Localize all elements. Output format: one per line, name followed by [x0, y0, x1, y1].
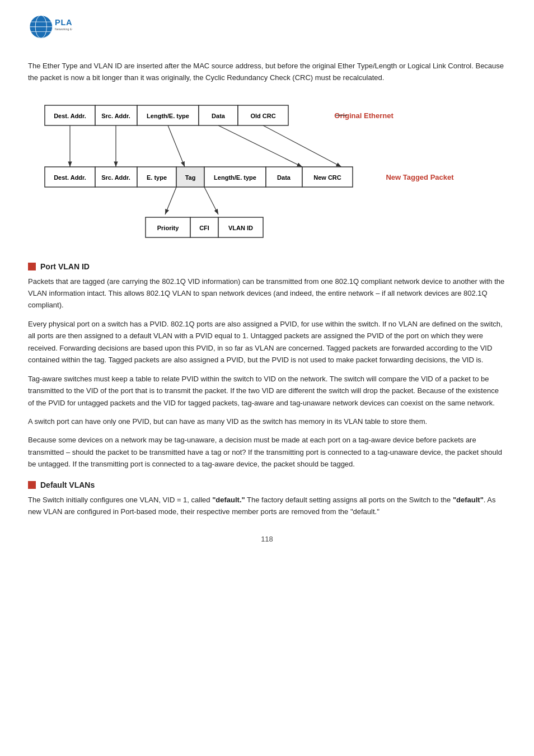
section2-para1: The Switch initially configures one VLAN…: [28, 494, 506, 518]
section1-para2: Every physical port on a switch has a PV…: [28, 318, 506, 366]
svg-text:Priority: Priority: [157, 225, 179, 231]
section1-para5: Because some devices on a network may be…: [28, 434, 506, 470]
svg-text:New CRC: New CRC: [313, 174, 341, 181]
section1-para1: Packets that are tagged (are carrying th…: [28, 276, 506, 311]
svg-text:Data: Data: [212, 113, 226, 119]
svg-text:CFI: CFI: [199, 225, 209, 231]
svg-text:Networking & Communication: Networking & Communication: [55, 27, 73, 31]
planet-logo-svg: PLANET Networking & Communication: [28, 11, 73, 45]
section2-marker: [28, 481, 36, 489]
svg-line-24: [263, 125, 341, 167]
diagram-svg: Dest. Addr. Src. Addr. Length/E. type Da…: [28, 100, 509, 245]
svg-text:Length/E. type: Length/E. type: [147, 113, 189, 119]
svg-text:Tag: Tag: [185, 174, 196, 181]
svg-text:Length/E. type: Length/E. type: [214, 174, 256, 181]
svg-text:VLAN ID: VLAN ID: [228, 225, 253, 231]
svg-text:New Tagged Packet: New Tagged Packet: [386, 173, 454, 181]
section1-body: Packets that are tagged (are carrying th…: [28, 276, 506, 470]
svg-text:Dest. Addr.: Dest. Addr.: [54, 174, 86, 181]
svg-text:Src. Addr.: Src. Addr.: [101, 174, 130, 181]
svg-text:PLANET: PLANET: [55, 18, 73, 27]
svg-line-40: [165, 187, 176, 214]
section1-header: Port VLAN ID: [28, 262, 506, 271]
page-number: 118: [28, 535, 506, 543]
svg-text:Data: Data: [277, 174, 291, 181]
svg-text:Old CRC: Old CRC: [250, 113, 275, 119]
section1-marker: [28, 263, 36, 270]
section1-para3: Tag-aware switches must keep a table to …: [28, 373, 506, 409]
section1-para4: A switch port can have only one PVID, bu…: [28, 416, 506, 427]
page-header: PLANET Networking & Communication: [28, 11, 506, 45]
section2-title: Default VLANs: [40, 480, 95, 489]
svg-line-22: [168, 125, 185, 167]
svg-line-23: [218, 125, 302, 167]
svg-line-41: [204, 187, 218, 214]
svg-text:Src. Addr.: Src. Addr.: [101, 113, 130, 119]
svg-text:E. type: E. type: [147, 174, 167, 181]
section1-title: Port VLAN ID: [40, 262, 90, 271]
intro-paragraph: The Ether Type and VLAN ID are inserted …: [28, 60, 506, 84]
section2-body: The Switch initially configures one VLAN…: [28, 494, 506, 518]
svg-text:Dest. Addr.: Dest. Addr.: [54, 113, 86, 119]
packet-diagram: Dest. Addr. Src. Addr. Length/E. type Da…: [28, 100, 506, 245]
logo: PLANET Networking & Communication: [28, 11, 73, 45]
section2-header: Default VLANs: [28, 480, 506, 489]
